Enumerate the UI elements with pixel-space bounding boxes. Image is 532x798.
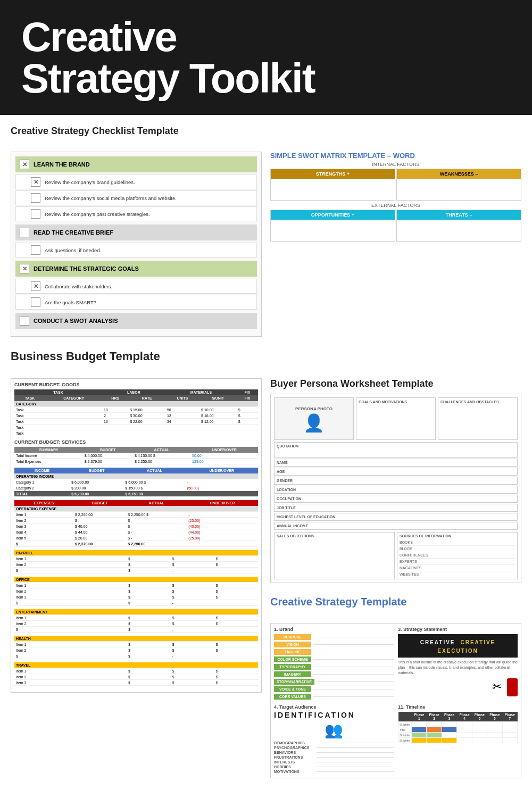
checklist-section-title: Creative Strategy Checklist Template (11, 126, 521, 137)
checklist-group-header-4: CONDUCT A SWOT ANALYSIS (15, 313, 257, 329)
office-total: $$- (14, 600, 258, 606)
cs-imagery-label: IMAGERY (274, 671, 311, 677)
persona-sales-obj: SALES OBJECTIONS (274, 532, 395, 579)
travel-item-1: Item 1$$$ (14, 668, 258, 674)
checklist-item-1-2: Review the company's social media platfo… (15, 190, 257, 205)
budget-goods-table: TASK LABOR MATERIALS FIX TASK CATEGORY H… (14, 389, 258, 436)
th-expense: EXPENSES (14, 500, 73, 506)
th-expense-uo: UNDER/OVER (187, 500, 258, 506)
ent-item-2: Item 2$$$ (14, 621, 258, 627)
budget-summary-table: SUMMARY BUDGET ACTUAL UNDER/OVER Total I… (14, 447, 258, 464)
checklist-item-check-1-2[interactable] (31, 193, 40, 203)
persona-age-row: AGE (274, 468, 518, 476)
th-expense-actual: ACTUAL (126, 500, 187, 506)
persona-quotation-value (277, 448, 515, 455)
persona-age-label: AGE (277, 470, 515, 473)
persona-avatar-icon: 👤 (303, 414, 325, 431)
cs-strategy-desc: This is a brief outline of the creative … (398, 660, 518, 675)
persona-gender-row: GENDER (274, 477, 518, 485)
ent-total: $$- (14, 627, 258, 633)
th-phase4: Phase 4 (457, 712, 472, 722)
checklist-item-check-3-1[interactable]: ✕ (31, 281, 40, 291)
cs-psychographics-item: PSYCHOGRAPHICS (274, 746, 394, 750)
persona-magazines: MAGAZINES (400, 565, 515, 571)
cs-purpose-label: PURPOSE (274, 634, 311, 640)
swot-strengths-header: STRENGTHS + (271, 169, 395, 179)
cs-hobbies-item: HOBBIES (274, 765, 394, 769)
cs-voice-item: VOICE & TONE (274, 686, 394, 692)
persona-jobtitle-row: JOB TITLE (274, 504, 518, 512)
cs-tagline-label: TAGLINE (274, 649, 311, 655)
persona-income-label: ANNUAL INCOME (277, 524, 515, 528)
entertainment-header: ENTERTAINMENT (14, 609, 258, 615)
th-phase1: Phase 1 (412, 712, 427, 722)
creative-strategy-section: 1. Brand PURPOSE VISION TAGLINE COLO (270, 623, 521, 778)
operating-income-header: OPERATING INCOME (14, 473, 258, 479)
checklist-item-check-2-1[interactable] (31, 245, 40, 255)
th-income: INCOME (14, 468, 70, 473)
cs-imagery-value (313, 674, 394, 675)
travel-item-2: Item 2$$$ (14, 674, 258, 680)
checklist-item-check-1-1[interactable]: ✕ (31, 177, 40, 187)
cs-decoration: ✂ (398, 678, 518, 696)
checklist-check-2[interactable] (20, 228, 29, 237)
th-hrs: HRS (102, 395, 128, 401)
budget-section-title: Business Budget Template (11, 350, 521, 363)
cs-story-value (317, 681, 394, 682)
persona-gender-label: GENDER (277, 479, 515, 483)
page-title: Creative Strategy Toolkit (21, 16, 511, 99)
checklist-check-1[interactable]: ✕ (20, 160, 29, 169)
cs-voice-value (313, 689, 394, 689)
cs-typography-item: TYPOGRAPHY (274, 664, 394, 670)
cs-audience-col: 4. Target Audience IDENTIFICATION 👥 DEMO… (274, 704, 394, 775)
th-income-uo: UNDER/OVER (186, 468, 258, 473)
persona-blogs: BLOGS (400, 546, 515, 552)
swot-opportunities-header: OPPORTUNITIES + (271, 210, 395, 220)
expense-item-4: Item 4$ 44.00$ -(44.00) (14, 529, 258, 535)
persona-container: PERSONA PHOTO 👤 GOALS AND MOTIVATIONS CH… (270, 394, 521, 583)
cs-vision-item: VISION (274, 642, 394, 647)
checklist-item-check-3-2[interactable] (31, 297, 40, 307)
persona-education-row: HIGHEST LEVEL OF EDUCATION (274, 513, 518, 521)
checklist-item-1-1: ✕ Review the company's brand guidelines. (15, 174, 257, 189)
swot-strengths: STRENGTHS + (270, 169, 395, 201)
checklist-group-header-2: READ THE CREATIVE BRIEF (15, 225, 257, 240)
th-rate: RATE (128, 395, 165, 401)
cs-timeline-table: Phase 1 Phase 2 Phase 3 Phase 4 Phase 5 … (398, 712, 518, 743)
checklist-group-1: ✕ LEARN THE BRAND ✕ Review the company's… (15, 156, 257, 221)
swot-weaknesses-header: WEAKNESSES – (397, 169, 521, 179)
travel-item-3: Item 3$$$ (14, 680, 258, 686)
th-phase3: Phase 3 (442, 712, 456, 722)
th-income-budget: BUDGET (70, 468, 123, 473)
checklist-group-2: READ THE CREATIVE BRIEF Ask questions, i… (15, 225, 257, 257)
swot-wrapper: INTERNAL FACTORS STRENGTHS + WEAKNESSES … (270, 162, 521, 242)
persona-jobtitle-label: JOB TITLE (277, 506, 515, 510)
cs-audience-label: 4. Target Audience (274, 704, 394, 710)
budget-section: CURRENT BUDGET: GOODS TASK LABOR MATERIA… (11, 378, 262, 778)
checklist-check-4[interactable] (20, 316, 29, 326)
budget-expense-table: EXPENSES BUDGET ACTUAL UNDER/OVER OPERAT… (14, 500, 258, 547)
cs-identification-label: IDENTIFICATION (274, 711, 394, 719)
timeline-row-1: Subtitle (398, 722, 518, 727)
checklist-group-3: ✕ DETERMINE THE STRATEGIC GOALS ✕ Collab… (15, 261, 257, 310)
persona-section-title: Buyer Persona Worksheet Template (270, 378, 521, 389)
persona-occupation-label: OCCUPATION (277, 497, 515, 501)
th-budget: BUDGET (83, 447, 133, 453)
swot-internal-label: INTERNAL FACTORS (270, 162, 521, 167)
cs-color-label: COLOR SCHEME (274, 656, 311, 662)
timeline-row-4: Subtitle (398, 738, 518, 743)
office-item-2: Item 2$$$ (14, 588, 258, 594)
persona-location-label: LOCATION (277, 488, 515, 492)
budget-title-wrapper: Business Budget Template (11, 350, 521, 368)
cs-strategy-col: 3. Strategy Statement CREATIVE CREATIVE … (398, 627, 518, 701)
checklist-check-3[interactable]: ✕ (20, 264, 29, 273)
checklist-group-4: CONDUCT A SWOT ANALYSIS (15, 313, 257, 329)
cs-story-label: STORY/NARRATIVE (274, 679, 314, 685)
timeline-row-2: Title (398, 727, 518, 733)
checklist-item-check-1-3[interactable] (31, 209, 40, 219)
health-item-2: Item 2$$$ (14, 647, 258, 653)
th-fix: FIX (237, 389, 258, 395)
budget-income-table: INCOME BUDGET ACTUAL UNDER/OVER OPERATIN… (14, 468, 258, 497)
th-labor: LABOR (102, 389, 165, 395)
persona-goals-label: GOALS AND MOTIVATIONS (359, 400, 433, 404)
